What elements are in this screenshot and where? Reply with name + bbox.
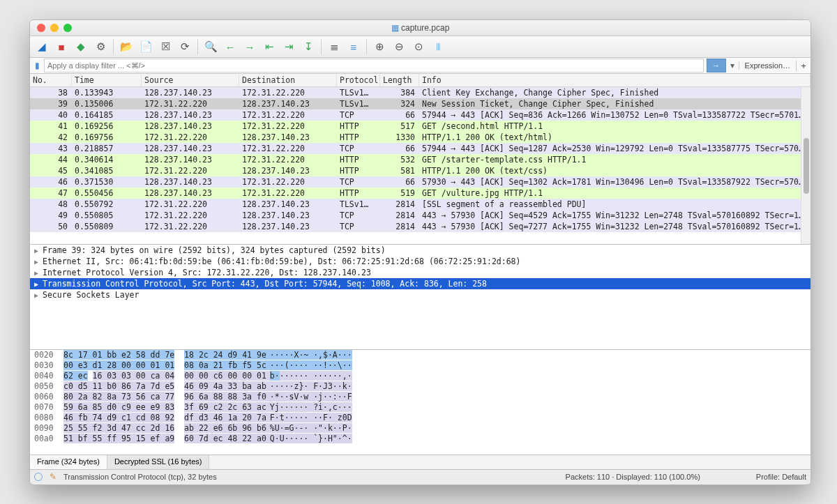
packet-row[interactable]: 490.550805172.31.22.220128.237.140.23TCP… xyxy=(30,210,810,221)
document-icon: ▦ xyxy=(391,23,399,33)
packet-row[interactable]: 430.218857128.237.140.23172.31.22.220TCP… xyxy=(30,143,810,154)
goto-end-icon[interactable]: ⇥ xyxy=(280,38,298,55)
col-time[interactable]: Time xyxy=(72,74,142,86)
hex-row[interactable]: 00208c 17 01 bb e2 58 dd 7e 18 2c 24 d9 … xyxy=(30,350,810,360)
filter-bar: ▮ → ▾ Expression… + xyxy=(30,58,810,74)
col-info[interactable]: Info xyxy=(419,74,810,86)
detail-tree-item[interactable]: ▶Transmission Control Protocol, Src Port… xyxy=(30,278,810,289)
packet-row[interactable]: 420.169756172.31.22.220128.237.140.23HTT… xyxy=(30,132,810,143)
detail-tree-item[interactable]: ▶Internet Protocol Version 4, Src: 172.3… xyxy=(30,267,810,278)
close-file-icon[interactable]: ☒ xyxy=(156,38,174,55)
status-profile-text[interactable]: Profile: Default xyxy=(756,473,806,481)
fin-icon[interactable]: ◢ xyxy=(33,38,51,55)
disclosure-triangle-icon[interactable]: ▶ xyxy=(34,291,43,299)
stop-icon[interactable]: ■ xyxy=(52,38,70,55)
packet-row[interactable]: 390.135006172.31.22.220128.237.140.23TLS… xyxy=(30,98,810,109)
disclosure-triangle-icon[interactable]: ▶ xyxy=(34,269,43,277)
app-window: ▦ capture.pcap ◢■◆⚙📂📄☒⟳🔍←→⇤⇥↧≣≡⊕⊖⊙⫴ ▮ → … xyxy=(29,20,811,485)
hex-row[interactable]: 0050c0 d5 11 b0 86 7a 7d e5 46 09 4a 33 … xyxy=(30,381,810,392)
titlebar: ▦ capture.pcap xyxy=(30,20,810,36)
col-protocol[interactable]: Protocol xyxy=(337,74,380,86)
hex-row[interactable]: 008046 fb 74 d9 c1 cd 08 92 df d3 46 1a … xyxy=(30,413,810,423)
filter-dropdown-icon[interactable]: ▾ xyxy=(726,61,739,70)
display-filter-input[interactable] xyxy=(44,59,704,72)
packet-row[interactable]: 410.169256128.237.140.23172.31.22.220HTT… xyxy=(30,121,810,132)
packet-row[interactable]: 450.341085172.31.22.220128.237.140.23HTT… xyxy=(30,165,810,176)
col-length[interactable]: Length xyxy=(380,74,419,86)
autoscroll-icon[interactable]: ≣ xyxy=(325,38,343,55)
zoom-in-icon[interactable]: ⊕ xyxy=(370,38,389,55)
hex-row[interactable]: 004062 ec 16 03 03 00 ca 04 00 00 c6 00 … xyxy=(30,371,810,381)
restart-icon[interactable]: ◆ xyxy=(72,38,90,55)
zoom-out-icon[interactable]: ⊖ xyxy=(390,38,408,55)
main-toolbar: ◢■◆⚙📂📄☒⟳🔍←→⇤⇥↧≣≡⊕⊖⊙⫴ xyxy=(30,36,810,58)
detail-tree-item[interactable]: ▶Ethernet II, Src: 06:41:fb:0d:59:be (06… xyxy=(30,256,810,267)
window-title-text: capture.pcap xyxy=(401,23,449,33)
goto-packet-icon[interactable]: ↧ xyxy=(299,38,317,55)
disclosure-triangle-icon[interactable]: ▶ xyxy=(34,247,43,254)
detail-tree-item[interactable]: ▶Secure Sockets Layer xyxy=(30,289,810,300)
hex-row[interactable]: 007059 6a 85 d0 c9 ee e9 83 3f 69 c2 2c … xyxy=(30,402,810,413)
disclosure-triangle-icon[interactable]: ▶ xyxy=(34,280,43,288)
expert-info-icon[interactable] xyxy=(34,473,43,481)
hex-row[interactable]: 003000 e3 d1 28 00 00 01 01 08 0a 21 fb … xyxy=(30,360,810,371)
find-icon[interactable]: 🔍 xyxy=(202,38,220,55)
packet-row[interactable]: 500.550809172.31.22.220128.237.140.23TCP… xyxy=(30,221,810,232)
status-packets-text: Packets: 110 · Displayed: 110 (100.0%) xyxy=(566,473,700,481)
col-no[interactable]: No. xyxy=(30,74,72,86)
save-icon[interactable]: 📄 xyxy=(137,38,155,55)
col-dest[interactable]: Destination xyxy=(239,74,337,86)
packet-details-pane[interactable]: ▶Frame 39: 324 bytes on wire (2592 bits)… xyxy=(30,244,810,349)
prev-packet-icon[interactable]: ← xyxy=(221,38,239,55)
resize-columns-icon[interactable]: ⫴ xyxy=(429,38,447,55)
packet-list-header: No. Time Source Destination Protocol Len… xyxy=(30,74,810,87)
zoom-reset-icon[interactable]: ⊙ xyxy=(409,38,428,55)
expression-button[interactable]: Expression… xyxy=(739,61,796,70)
hex-row[interactable]: 00a051 bf 55 ff 95 15 ef a9 60 7d ec 48 … xyxy=(30,434,810,444)
packet-bytes-pane[interactable]: 00208c 17 01 bb e2 58 dd 7e 18 2c 24 d9 … xyxy=(30,349,810,455)
next-packet-icon[interactable]: → xyxy=(241,38,259,55)
bytes-tab-bar: Frame (324 bytes)Decrypted SSL (16 bytes… xyxy=(30,455,810,469)
options-icon[interactable]: ⚙ xyxy=(91,38,110,55)
hex-row[interactable]: 006080 2a 82 8a 73 56 ca 77 96 6a 88 88 … xyxy=(30,392,810,402)
hex-row[interactable]: 009025 55 f2 3d 47 cc 2d 16 ab 22 e6 6b … xyxy=(30,423,810,434)
reload-icon[interactable]: ⟳ xyxy=(176,38,194,55)
packet-row[interactable]: 470.550456128.237.140.23172.31.22.220HTT… xyxy=(30,188,810,199)
window-title: ▦ capture.pcap xyxy=(30,23,810,33)
add-filter-button[interactable]: + xyxy=(796,61,810,71)
packet-row[interactable]: 380.133943128.237.140.23172.31.22.220TLS… xyxy=(30,87,810,98)
bytes-tab[interactable]: Frame (324 bytes) xyxy=(30,455,107,469)
goto-start-icon[interactable]: ⇤ xyxy=(260,38,278,55)
edit-capture-comment-icon[interactable]: ✎ xyxy=(50,472,56,482)
packet-row[interactable]: 400.164185128.237.140.23172.31.22.220TCP… xyxy=(30,109,810,121)
bytes-tab[interactable]: Decrypted SSL (16 bytes) xyxy=(107,455,210,469)
apply-filter-button[interactable]: → xyxy=(707,59,726,72)
bookmark-icon[interactable]: ▮ xyxy=(30,61,44,70)
col-source[interactable]: Source xyxy=(142,74,239,86)
open-icon[interactable]: 📂 xyxy=(117,38,135,55)
packet-list[interactable]: 380.133943128.237.140.23172.31.22.220TLS… xyxy=(30,87,810,244)
colorize-icon[interactable]: ≡ xyxy=(345,38,363,55)
packet-list-scrollbar[interactable] xyxy=(801,87,810,244)
packet-row[interactable]: 440.340614128.237.140.23172.31.22.220HTT… xyxy=(30,154,810,165)
status-left-text: Transmission Control Protocol (tcp), 32 … xyxy=(63,473,217,481)
detail-tree-item[interactable]: ▶Frame 39: 324 bytes on wire (2592 bits)… xyxy=(30,245,810,256)
packet-row[interactable]: 460.371530128.237.140.23172.31.22.220TCP… xyxy=(30,176,810,188)
disclosure-triangle-icon[interactable]: ▶ xyxy=(34,258,43,266)
status-bar: ✎ Transmission Control Protocol (tcp), 3… xyxy=(30,469,810,484)
packet-row[interactable]: 480.550792172.31.22.220128.237.140.23TLS… xyxy=(30,199,810,210)
